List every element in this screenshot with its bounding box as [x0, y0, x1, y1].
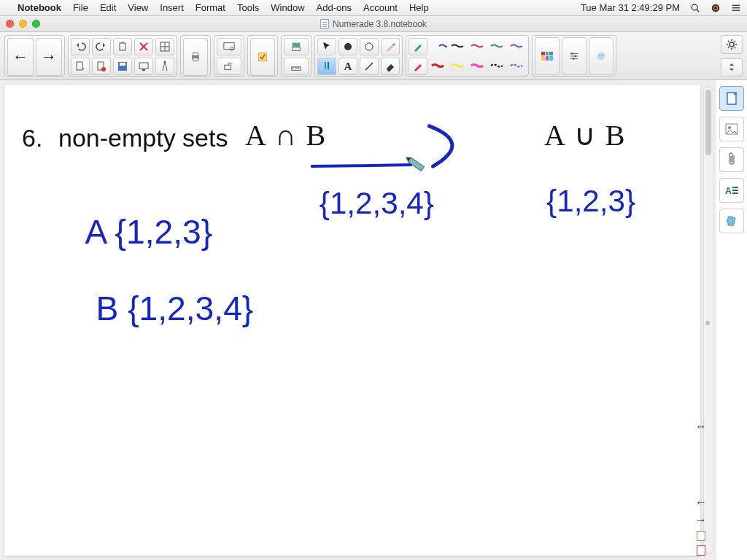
select-tool[interactable]	[317, 38, 336, 55]
svg-rect-28	[293, 43, 301, 47]
svg-point-39	[571, 52, 573, 55]
corner-prev-page[interactable]: ←	[695, 496, 707, 509]
paste-button[interactable]	[113, 38, 132, 55]
hl-color-3[interactable]	[469, 58, 487, 74]
corner-delete-page[interactable]	[697, 545, 705, 556]
pen-color-3[interactable]	[469, 38, 487, 54]
screen-button[interactable]	[134, 58, 153, 75]
hl-color-5[interactable]	[508, 58, 526, 74]
pen-color-1[interactable]	[430, 38, 447, 54]
svg-line-35	[365, 63, 373, 70]
insert-widget-button[interactable]	[284, 38, 309, 55]
print-button[interactable]	[183, 38, 208, 76]
svg-rect-29	[293, 47, 301, 50]
svg-rect-18	[139, 63, 148, 69]
document-camera-button[interactable]	[217, 58, 241, 75]
resize-horizontal-icon[interactable]: ↔	[695, 420, 707, 433]
menu-view[interactable]: View	[128, 2, 148, 13]
notebook-page[interactable]: 6. non-empty sets A ∩ B A ∪ B A {1,2,3} …	[4, 85, 700, 556]
properties-button[interactable]	[562, 37, 587, 75]
page-sorter-tab[interactable]	[719, 86, 744, 111]
magic-pen-tool[interactable]	[381, 38, 400, 55]
new-page-button[interactable]: +	[71, 58, 90, 75]
active-pen-button[interactable]	[409, 38, 427, 55]
svg-rect-51	[732, 190, 738, 191]
expression-union: A ∪ B	[544, 118, 626, 152]
menu-window[interactable]: Window	[271, 2, 304, 13]
math-tools-button[interactable]	[155, 58, 174, 75]
eraser-tool[interactable]	[381, 58, 400, 75]
zoom-window-button[interactable]	[32, 20, 40, 28]
delete-button[interactable]	[134, 38, 153, 55]
pen-tool[interactable]	[317, 58, 336, 75]
undo-button[interactable]	[71, 38, 90, 55]
eraser-shape-tool[interactable]	[360, 38, 379, 55]
prev-page-button[interactable]: ←	[7, 38, 34, 76]
pen-color-4[interactable]	[489, 38, 506, 54]
corner-next-page[interactable]: →	[695, 513, 707, 526]
color-picker-button[interactable]	[535, 37, 560, 75]
svg-point-41	[573, 58, 575, 60]
svg-rect-7	[120, 43, 125, 50]
svg-rect-52	[732, 192, 738, 194]
scrollbar-thumb[interactable]	[705, 90, 711, 155]
globe-button[interactable]	[589, 37, 614, 75]
hand-intersection-value: {1,2,3,4}	[320, 186, 434, 220]
attachments-tab[interactable]	[719, 147, 744, 172]
gallery-tab[interactable]	[719, 117, 744, 141]
expand-toolbar-button[interactable]	[721, 58, 743, 77]
svg-point-32	[365, 43, 373, 50]
menu-help[interactable]: Help	[409, 2, 429, 13]
svg-rect-6	[732, 9, 740, 10]
pen-color-2[interactable]	[449, 38, 467, 54]
menu-addons[interactable]: Add-ons	[317, 2, 352, 13]
hl-color-4[interactable]	[489, 58, 506, 74]
redo-button[interactable]	[92, 38, 111, 55]
menu-file[interactable]: File	[73, 2, 88, 13]
svg-rect-34	[328, 62, 329, 69]
svg-point-42	[597, 52, 605, 60]
save-button[interactable]	[113, 58, 132, 75]
text-format-tab[interactable]: A	[719, 178, 744, 203]
svg-rect-5	[732, 7, 740, 8]
svg-point-20	[164, 61, 166, 63]
app-name[interactable]: Notebook	[18, 2, 61, 13]
line-tool[interactable]	[360, 58, 379, 75]
window-titlebar: Numerade 3.8.notebook	[0, 16, 747, 32]
app-toolbar: ← → +	[0, 32, 747, 80]
addons-tab[interactable]	[719, 209, 744, 233]
menu-format[interactable]: Format	[196, 2, 225, 13]
pen-color-5[interactable]	[508, 38, 526, 54]
svg-rect-24	[224, 43, 234, 50]
pen-style-group	[406, 35, 529, 77]
svg-point-40	[574, 55, 576, 57]
delete-page-button[interactable]	[92, 58, 111, 75]
question-text: non-empty sets	[58, 124, 228, 152]
response-button[interactable]	[250, 38, 275, 76]
screen-capture-button[interactable]	[217, 38, 241, 55]
next-page-button[interactable]: →	[36, 38, 62, 76]
marker-tool[interactable]	[338, 38, 357, 55]
svg-rect-8	[121, 42, 124, 44]
hl-color-2[interactable]	[449, 58, 467, 74]
hl-color-1[interactable]	[430, 58, 447, 74]
menu-edit[interactable]: Edit	[100, 2, 116, 13]
siri-icon[interactable]	[711, 3, 721, 13]
nav-group: ← →	[4, 35, 65, 77]
spotlight-icon[interactable]	[690, 3, 700, 13]
highlighter-button[interactable]	[409, 58, 427, 75]
svg-rect-33	[325, 62, 326, 69]
menu-account[interactable]: Account	[363, 2, 398, 13]
close-window-button[interactable]	[6, 20, 14, 28]
corner-add-page[interactable]	[697, 531, 705, 541]
svg-rect-50	[732, 187, 738, 188]
minimize-window-button[interactable]	[19, 20, 27, 28]
text-tool[interactable]: A	[338, 58, 357, 75]
menu-tools[interactable]: Tools	[237, 2, 259, 13]
menu-insert[interactable]: Insert	[160, 2, 184, 13]
menu-list-icon[interactable]	[731, 3, 741, 13]
menubar-clock[interactable]: Tue Mar 31 2:49:29 PM	[581, 2, 680, 13]
settings-button[interactable]	[721, 35, 743, 54]
measurement-button[interactable]	[284, 58, 309, 75]
table-button[interactable]	[155, 38, 174, 55]
